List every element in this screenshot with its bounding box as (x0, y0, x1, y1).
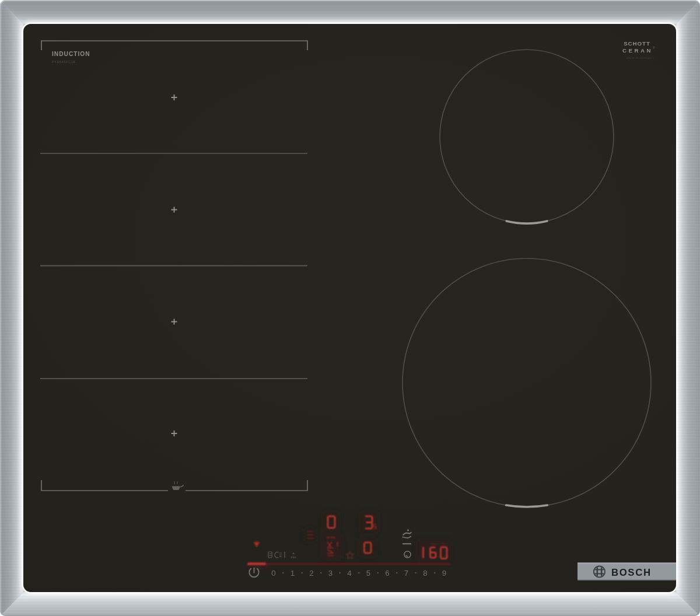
svg-text:min: min (431, 542, 436, 545)
svg-text:min: min (290, 555, 296, 559)
svg-text:3: 3 (328, 569, 332, 578)
svg-text:BOSCH: BOSCH (611, 567, 652, 578)
svg-text:®: ® (653, 46, 655, 50)
svg-text:9: 9 (442, 569, 446, 578)
svg-text:CERAN: CERAN (622, 47, 653, 54)
svg-text:INDUCTION: INDUCTION (52, 51, 90, 57)
svg-text:°C: °C (442, 542, 445, 545)
svg-text:1: 1 (290, 569, 295, 578)
svg-text:8: 8 (423, 569, 427, 578)
svg-text:7: 7 (404, 569, 408, 578)
svg-text:0: 0 (271, 569, 275, 578)
svg-text:2: 2 (309, 569, 313, 578)
svg-text:SCHOTT: SCHOTT (624, 40, 650, 47)
svg-text:6: 6 (385, 569, 389, 578)
svg-text:5: 5 (366, 569, 370, 578)
svg-text:MADE IN GERMANY: MADE IN GERMANY (626, 57, 654, 60)
svg-text:4: 4 (347, 569, 352, 578)
svg-text:PXE645FC1E: PXE645FC1E (52, 60, 76, 64)
